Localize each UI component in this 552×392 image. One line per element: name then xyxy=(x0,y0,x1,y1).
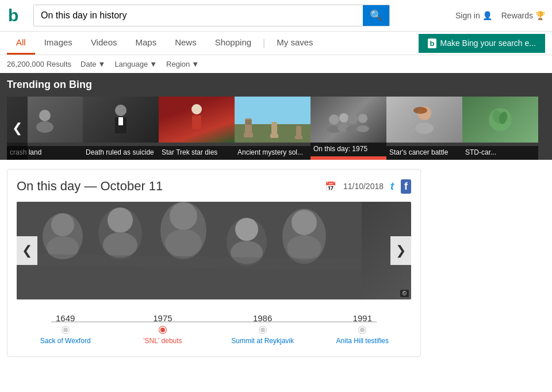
svg-point-6 xyxy=(191,104,202,114)
timeline-dot-1649[interactable] xyxy=(62,326,69,333)
svg-rect-12 xyxy=(270,134,278,138)
timeline-dot-1991[interactable] xyxy=(359,326,366,333)
trending-card-4[interactable]: Ancient mystery sol... xyxy=(235,97,310,160)
timeline-label-1975[interactable]: 'SNL' debuts xyxy=(143,337,182,345)
search-input[interactable] xyxy=(34,5,363,26)
timeline-item-1649: 1649 Sack of Wexford xyxy=(37,313,94,345)
timeline-item-1986: 1986 Summit at Reykjavik xyxy=(231,313,294,345)
timeline-year-1986: 1986 xyxy=(253,313,272,323)
otd-image xyxy=(17,202,411,299)
trending-card-label-6: Star's cancer battle xyxy=(386,146,462,160)
timeline-year-1649: 1649 xyxy=(56,313,75,323)
search-box: 🔍 xyxy=(33,5,390,26)
date-filter-label: Date xyxy=(80,60,96,68)
otd-prev-button[interactable]: ❮ xyxy=(17,236,37,265)
trending-card-3[interactable]: Star Trek star dies xyxy=(159,97,235,160)
language-filter-label: Language xyxy=(114,60,148,68)
user-icon: 👤 xyxy=(482,11,492,20)
nav-videos[interactable]: Videos xyxy=(82,32,126,55)
svg-rect-9 xyxy=(244,133,253,137)
svg-rect-5 xyxy=(118,117,123,125)
date-filter[interactable]: Date ▼ xyxy=(80,60,105,68)
svg-point-18 xyxy=(358,114,367,123)
rewards-label: Rewards xyxy=(501,11,533,20)
make-bing-label: Make Bing your search e... xyxy=(440,39,536,48)
trending-card-7[interactable]: STD-car... xyxy=(462,97,538,160)
nav-separator: | xyxy=(260,38,267,48)
timeline-item-1975: 1975 'SNL' debuts xyxy=(134,313,191,345)
bing-b-icon: b xyxy=(428,39,437,48)
facebook-share-button[interactable]: f xyxy=(401,179,411,194)
svg-point-17 xyxy=(348,114,358,124)
timeline-dot-1975[interactable] xyxy=(159,326,166,333)
carousel-prev-button[interactable]: ❮ xyxy=(7,97,28,160)
region-chevron-icon: ▼ xyxy=(191,60,199,68)
svg-point-2 xyxy=(36,121,53,133)
rewards-icon: 🏆 xyxy=(535,11,545,20)
region-filter-label: Region xyxy=(166,60,190,68)
timeline-item-1991: 1991 Anita Hill testifies xyxy=(334,313,391,345)
header-right: Sign in 👤 Rewards 🏆 xyxy=(455,11,545,20)
results-count: 26,200,000 Results xyxy=(7,60,71,68)
region-filter[interactable]: Region ▼ xyxy=(166,60,199,68)
trending-card-5[interactable]: On this day: 1975 xyxy=(310,97,386,160)
signin-button[interactable]: Sign in 👤 xyxy=(455,11,492,20)
trending-card-label-7: STD-car... xyxy=(462,146,538,160)
bing-logo[interactable]: b xyxy=(7,5,28,26)
timeline-line xyxy=(51,321,377,322)
signin-label: Sign in xyxy=(455,11,480,20)
language-chevron-icon: ▼ xyxy=(150,60,157,68)
rewards-button[interactable]: Rewards 🏆 xyxy=(501,11,545,20)
nav-shopping[interactable]: Shopping xyxy=(206,32,260,55)
svg-rect-14 xyxy=(295,136,302,139)
on-this-day-card: On this day — October 11 📅 11/10/2018 t … xyxy=(7,169,421,357)
nav-all[interactable]: All xyxy=(7,32,35,55)
svg-rect-7 xyxy=(192,116,201,129)
trending-carousel: ❮ crash land Death ruled as suicide Star… xyxy=(7,97,545,160)
otd-meta: 📅 11/10/2018 t f xyxy=(325,179,411,194)
nav-images[interactable]: Images xyxy=(35,32,82,55)
trending-section: Trending on Bing ❮ crash land Death rule… xyxy=(0,73,552,160)
svg-point-3 xyxy=(115,105,126,116)
trending-title: Trending on Bing xyxy=(7,79,545,91)
calendar-icon: 📅 xyxy=(325,181,336,192)
nav: All Images Videos Maps News Shopping | M… xyxy=(0,32,552,55)
timeline-dot-1986[interactable] xyxy=(259,326,266,333)
svg-rect-45 xyxy=(17,202,362,299)
copyright-badge: © xyxy=(400,290,409,297)
otd-title: On this day — October 11 xyxy=(17,179,163,194)
make-bing-banner[interactable]: b Make Bing your search e... xyxy=(419,34,545,53)
svg-point-1 xyxy=(39,110,51,121)
main-content: On this day — October 11 📅 11/10/2018 t … xyxy=(0,160,552,366)
nav-maps[interactable]: Maps xyxy=(126,32,166,55)
date-chevron-icon: ▼ xyxy=(98,60,106,68)
results-bar: 26,200,000 Results Date ▼ Language ▼ Reg… xyxy=(0,55,552,73)
search-button[interactable]: 🔍 xyxy=(363,5,389,26)
trending-card-label-3: Star Trek star dies xyxy=(159,146,235,160)
svg-point-24 xyxy=(415,122,434,134)
otd-date: 11/10/2018 xyxy=(343,182,384,191)
timeline-label-1649[interactable]: Sack of Wexford xyxy=(40,337,91,345)
timeline-label-1986[interactable]: Summit at Reykjavik xyxy=(231,337,294,345)
nav-my-saves[interactable]: My saves xyxy=(267,32,322,55)
otd-header: On this day — October 11 📅 11/10/2018 t … xyxy=(17,179,411,194)
svg-line-46 xyxy=(17,259,362,265)
timeline-year-1975: 1975 xyxy=(153,313,172,323)
search-icon: 🔍 xyxy=(370,9,382,22)
timeline-label-1991[interactable]: Anita Hill testifies xyxy=(336,337,389,345)
timeline: 1649 Sack of Wexford 1975 'SNL' debuts 1… xyxy=(17,309,411,347)
nav-news[interactable]: News xyxy=(166,32,206,55)
timeline-year-1991: 1991 xyxy=(353,313,372,323)
header: b 🔍 Sign in 👤 Rewards 🏆 xyxy=(0,0,552,32)
svg-point-25 xyxy=(413,107,427,114)
trending-card-label-2: Death ruled as suicide xyxy=(83,146,159,160)
svg-point-22 xyxy=(356,125,369,132)
trending-card-6[interactable]: Star's cancer battle xyxy=(386,97,462,160)
svg-text:b: b xyxy=(8,6,18,25)
twitter-share-button[interactable]: t xyxy=(390,180,394,193)
svg-rect-10 xyxy=(246,120,251,125)
svg-point-16 xyxy=(339,113,348,122)
otd-next-button[interactable]: ❯ xyxy=(390,236,411,265)
language-filter[interactable]: Language ▼ xyxy=(114,60,157,68)
trending-card-2[interactable]: Death ruled as suicide xyxy=(83,97,159,160)
